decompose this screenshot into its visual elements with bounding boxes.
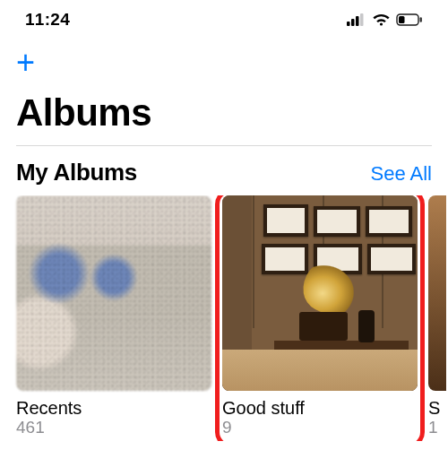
album-count: 9	[222, 418, 418, 437]
album-thumbnail	[222, 195, 418, 391]
wifi-icon	[372, 13, 391, 27]
album-good-stuff[interactable]: Good stuff 9	[222, 195, 418, 441]
album-title: Good stuff	[222, 398, 418, 419]
battery-icon	[396, 13, 423, 26]
album-thumbnail	[16, 195, 211, 391]
see-all-link[interactable]: See All	[371, 162, 433, 186]
albums-row: Recents 461 Good stuff 9 S 1	[0, 195, 448, 441]
album-peek[interactable]: S 1	[428, 195, 446, 441]
add-album-button[interactable]: +	[16, 45, 52, 81]
album-recents[interactable]: Recents 461	[16, 195, 211, 441]
page-title: Albums	[16, 91, 432, 134]
svg-rect-1	[351, 19, 355, 26]
album-thumbnail	[428, 195, 446, 391]
svg-rect-5	[399, 16, 405, 23]
plus-icon: +	[16, 46, 35, 80]
status-indicators	[347, 13, 423, 27]
status-bar: 11:24	[0, 0, 448, 39]
album-count: 461	[16, 418, 211, 437]
svg-rect-0	[347, 22, 350, 26]
svg-rect-6	[420, 17, 422, 22]
header: + Albums	[0, 39, 448, 134]
section-title: My Albums	[16, 159, 137, 186]
status-time: 11:24	[25, 10, 70, 30]
section-header-my-albums: My Albums See All	[0, 146, 448, 195]
album-count: 1	[428, 418, 446, 437]
album-title: S	[428, 398, 446, 419]
album-title: Recents	[16, 398, 211, 419]
svg-rect-3	[360, 13, 364, 26]
svg-rect-2	[356, 16, 359, 26]
cellular-icon	[347, 13, 366, 26]
